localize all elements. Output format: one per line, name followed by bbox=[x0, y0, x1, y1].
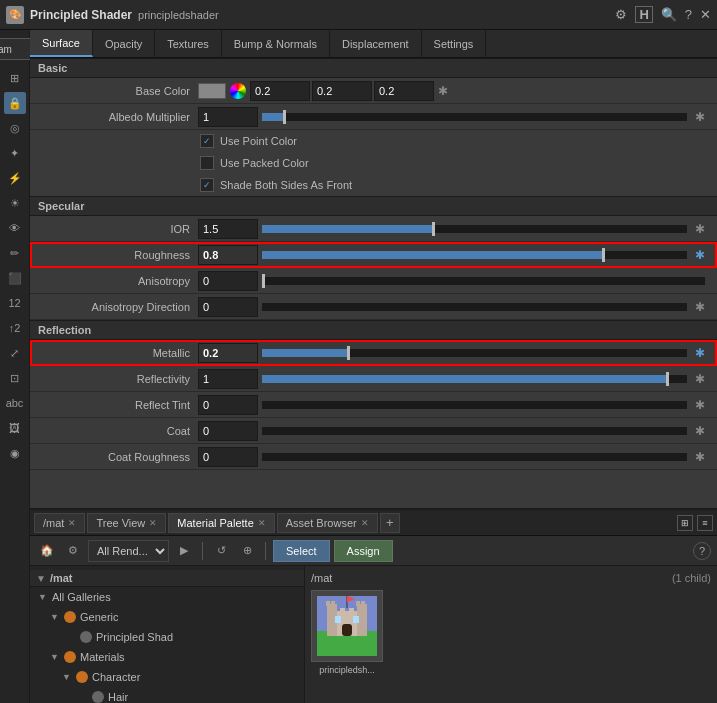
tool-icon-4[interactable]: ✦ bbox=[4, 142, 26, 164]
roughness-gear[interactable]: ✱ bbox=[691, 246, 709, 264]
material-settings-icon[interactable]: ⚙ bbox=[62, 540, 84, 562]
tree-generic[interactable]: ▼ Generic bbox=[30, 607, 304, 627]
coat-slider[interactable] bbox=[262, 427, 687, 435]
tree-materials[interactable]: ▼ Materials bbox=[30, 647, 304, 667]
coat-roughness-value[interactable]: 0 bbox=[198, 447, 258, 467]
tab-surface[interactable]: Surface bbox=[30, 30, 93, 57]
tab-mat-close[interactable]: ✕ bbox=[68, 518, 76, 528]
base-color-b[interactable]: 0.2 bbox=[374, 81, 434, 101]
roughness-handle bbox=[602, 248, 605, 262]
albedo-value[interactable]: 1 bbox=[198, 107, 258, 127]
panel-settings-icon[interactable]: ≡ bbox=[697, 515, 713, 531]
tool-icon-11[interactable]: ↑2 bbox=[4, 317, 26, 339]
base-color-gear[interactable]: ✱ bbox=[434, 82, 452, 100]
tab-material-palette-close[interactable]: ✕ bbox=[258, 518, 266, 528]
side-toolbar: No cam ▾ ⊞ 🔒 ◎ ✦ ⚡ ☀ 👁 ✏ ⬛ 12 ↑2 ⤢ ⊡ abc… bbox=[0, 30, 30, 703]
coat-gear[interactable]: ✱ bbox=[691, 422, 709, 440]
assign-button[interactable]: Assign bbox=[334, 540, 393, 562]
tool-icon-6[interactable]: ☀ bbox=[4, 192, 26, 214]
close-icon[interactable]: ✕ bbox=[700, 7, 711, 22]
tool-icon-8[interactable]: ✏ bbox=[4, 242, 26, 264]
tree-all-galleries[interactable]: ▼ All Galleries bbox=[30, 587, 304, 607]
prop-albedo: Albedo Multiplier 1 ✱ bbox=[30, 104, 717, 130]
tool-icon-10[interactable]: 12 bbox=[4, 292, 26, 314]
tab-bump-normals[interactable]: Bump & Normals bbox=[222, 30, 330, 57]
tool-icon-5[interactable]: ⚡ bbox=[4, 167, 26, 189]
albedo-gear[interactable]: ✱ bbox=[691, 108, 709, 126]
anisotropy-dir-value[interactable]: 0 bbox=[198, 297, 258, 317]
tool-icon-12[interactable]: ⤢ bbox=[4, 342, 26, 364]
tab-material-palette[interactable]: Material Palette ✕ bbox=[168, 513, 274, 533]
roughness-slider[interactable] bbox=[262, 251, 687, 259]
tool-icon-2[interactable]: 🔒 bbox=[4, 92, 26, 114]
tree-character[interactable]: ▼ Character bbox=[30, 667, 304, 687]
reflectivity-slider[interactable] bbox=[262, 375, 687, 383]
sync-icon[interactable]: ↺ bbox=[210, 540, 232, 562]
metallic-slider[interactable] bbox=[262, 349, 687, 357]
metallic-gear[interactable]: ✱ bbox=[691, 344, 709, 362]
roughness-value[interactable]: 0.8 bbox=[198, 245, 258, 265]
ior-slider[interactable] bbox=[262, 225, 687, 233]
info-icon[interactable]: ? bbox=[685, 7, 692, 22]
tab-displacement[interactable]: Displacement bbox=[330, 30, 422, 57]
anisotropy-label: Anisotropy bbox=[38, 275, 198, 287]
tool-icon-9[interactable]: ⬛ bbox=[4, 267, 26, 289]
renderer-select[interactable]: All Rend... bbox=[88, 540, 169, 562]
anisotropy-value[interactable]: 0 bbox=[198, 271, 258, 291]
character-arrow: ▼ bbox=[62, 672, 72, 682]
tab-opacity[interactable]: Opacity bbox=[93, 30, 155, 57]
tree-root-label[interactable]: /mat bbox=[50, 572, 73, 584]
tab-textures[interactable]: Textures bbox=[155, 30, 222, 57]
ior-gear[interactable]: ✱ bbox=[691, 220, 709, 238]
color-wheel-icon[interactable] bbox=[230, 83, 246, 99]
reflect-tint-gear[interactable]: ✱ bbox=[691, 396, 709, 414]
tool-icon-7[interactable]: 👁 bbox=[4, 217, 26, 239]
metallic-fill bbox=[262, 349, 347, 357]
settings-icon[interactable]: ⚙ bbox=[615, 7, 627, 22]
ior-value[interactable]: 1.5 bbox=[198, 219, 258, 239]
metallic-value[interactable]: 0.2 bbox=[198, 343, 258, 363]
material-home-icon[interactable]: 🏠 bbox=[36, 540, 58, 562]
use-packed-color-checkbox[interactable] bbox=[200, 156, 214, 170]
tool-icon-13[interactable]: ⊡ bbox=[4, 367, 26, 389]
reflectivity-value[interactable]: 1 bbox=[198, 369, 258, 389]
material-thumb-principledsh[interactable]: principledsh... bbox=[311, 590, 383, 675]
use-point-color-checkbox[interactable]: ✓ bbox=[200, 134, 214, 148]
tab-add-button[interactable]: + bbox=[380, 513, 400, 533]
select-button[interactable]: Select bbox=[273, 540, 330, 562]
reflectivity-gear[interactable]: ✱ bbox=[691, 370, 709, 388]
tab-tree-view[interactable]: Tree View ✕ bbox=[87, 513, 166, 533]
coat-value[interactable]: 0 bbox=[198, 421, 258, 441]
tool-icon-3[interactable]: ◎ bbox=[4, 117, 26, 139]
coat-roughness-gear[interactable]: ✱ bbox=[691, 448, 709, 466]
filter-icon[interactable]: ▶ bbox=[173, 540, 195, 562]
checkbox-shade-both-sides: ✓ Shade Both Sides As Front bbox=[30, 174, 717, 196]
anisotropy-dir-gear[interactable]: ✱ bbox=[691, 298, 709, 316]
base-color-r[interactable]: 0.2 bbox=[250, 81, 310, 101]
reflect-tint-slider[interactable] bbox=[262, 401, 687, 409]
shade-both-sides-checkbox[interactable]: ✓ bbox=[200, 178, 214, 192]
tool-icon-15[interactable]: 🖼 bbox=[4, 417, 26, 439]
tool-icon-16[interactable]: ◉ bbox=[4, 442, 26, 464]
tab-asset-browser[interactable]: Asset Browser ✕ bbox=[277, 513, 378, 533]
tree-hair[interactable]: Hair bbox=[30, 687, 304, 703]
tab-settings[interactable]: Settings bbox=[422, 30, 487, 57]
coat-roughness-slider[interactable] bbox=[262, 453, 687, 461]
tool-icon-14[interactable]: abc bbox=[4, 392, 26, 414]
base-color-swatch[interactable] bbox=[198, 83, 226, 99]
panel-options-icon[interactable]: ⊞ bbox=[677, 515, 693, 531]
tab-mat[interactable]: /mat ✕ bbox=[34, 513, 85, 533]
bottom-help-icon[interactable]: ? bbox=[693, 542, 711, 560]
tree-principled-shad[interactable]: Principled Shad bbox=[30, 627, 304, 647]
material-add-icon[interactable]: ⊕ bbox=[236, 540, 258, 562]
anisotropy-dir-slider[interactable] bbox=[262, 303, 687, 311]
tool-icon-1[interactable]: ⊞ bbox=[4, 67, 26, 89]
help-h-icon[interactable]: H bbox=[635, 6, 652, 23]
reflect-tint-value[interactable]: 0 bbox=[198, 395, 258, 415]
search-icon[interactable]: 🔍 bbox=[661, 7, 677, 22]
albedo-slider[interactable] bbox=[262, 113, 687, 121]
base-color-g[interactable]: 0.2 bbox=[312, 81, 372, 101]
anisotropy-slider[interactable] bbox=[262, 277, 705, 285]
tab-tree-close[interactable]: ✕ bbox=[149, 518, 157, 528]
tab-asset-browser-close[interactable]: ✕ bbox=[361, 518, 369, 528]
